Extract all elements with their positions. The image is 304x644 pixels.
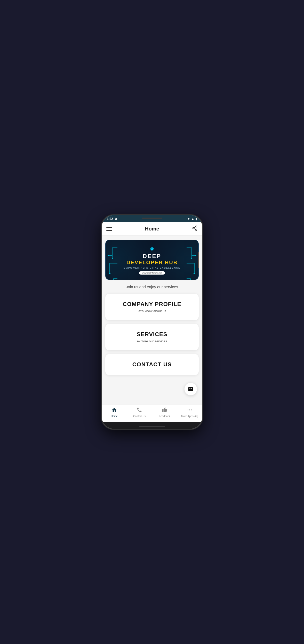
phone-frame: 1:32 ⚙ ▼ ▲ ▮ Home bbox=[102, 215, 202, 429]
share-button[interactable] bbox=[192, 225, 198, 232]
home-indicator-bar bbox=[139, 426, 165, 427]
company-profile-title: COMPANY PROFILE bbox=[110, 301, 194, 308]
screen: 1:32 ⚙ ▼ ▲ ▮ Home bbox=[102, 215, 202, 429]
main-content: ◈ DEEP DEVELOPER HUB EMPOWERING DIGITAL … bbox=[102, 236, 202, 404]
more-icon bbox=[187, 407, 193, 414]
orange-accent bbox=[198, 252, 199, 268]
hamburger-menu[interactable] bbox=[106, 227, 112, 231]
svg-point-10 bbox=[194, 273, 195, 274]
svg-point-13 bbox=[188, 409, 189, 410]
battery-icon: ▮ bbox=[195, 217, 197, 221]
nav-item-contact[interactable]: Contact us bbox=[127, 407, 152, 418]
home-icon bbox=[111, 407, 117, 414]
nav-item-more-apps[interactable]: More Apps(Ad) bbox=[177, 407, 203, 418]
svg-point-5 bbox=[108, 255, 109, 256]
banner-card[interactable]: ◈ DEEP DEVELOPER HUB EMPOWERING DIGITAL … bbox=[105, 240, 199, 280]
top-nav: Home bbox=[102, 222, 202, 236]
email-icon bbox=[188, 386, 194, 392]
svg-point-9 bbox=[195, 255, 196, 256]
join-text: Join us and enjoy our services bbox=[105, 284, 199, 290]
home-indicator bbox=[102, 422, 202, 429]
services-title: SERVICES bbox=[110, 331, 194, 338]
signal-icon: ▲ bbox=[191, 217, 194, 221]
banner-url-text: www.dndinfoways.net bbox=[139, 271, 165, 275]
nav-more-label: More Apps(Ad) bbox=[181, 415, 198, 418]
phone-icon bbox=[137, 407, 142, 414]
status-right: ▼ ▲ ▮ bbox=[187, 217, 197, 221]
nav-home-label: Home bbox=[111, 415, 118, 418]
gear-icon: ⚙ bbox=[115, 217, 117, 221]
svg-point-14 bbox=[189, 409, 190, 410]
time-display: 1:32 bbox=[107, 217, 113, 221]
banner-developer-hub-text: DEVELOPER HUB bbox=[110, 260, 194, 266]
svg-line-3 bbox=[194, 228, 196, 229]
svg-point-15 bbox=[191, 409, 192, 410]
bottom-nav: Home Contact us Feedback bbox=[102, 404, 202, 422]
nav-item-feedback[interactable]: Feedback bbox=[152, 407, 177, 418]
company-profile-subtitle: let's know about us bbox=[110, 309, 194, 313]
thumbsup-icon bbox=[162, 407, 167, 414]
banner-logo-icon: ◈ bbox=[110, 245, 194, 252]
status-left: 1:32 ⚙ bbox=[107, 217, 117, 221]
email-float-button[interactable] bbox=[184, 383, 197, 395]
company-profile-card[interactable]: COMPANY PROFILE let's know about us bbox=[105, 294, 199, 320]
contact-us-title: CONTACT US bbox=[110, 361, 194, 368]
page-title: Home bbox=[145, 226, 159, 232]
nav-contact-label: Contact us bbox=[133, 415, 146, 418]
wifi-icon: ▼ bbox=[187, 217, 190, 221]
svg-point-6 bbox=[109, 273, 110, 274]
banner-subtitle-text: EMPOWERING DIGITAL EXCELLENCE bbox=[110, 267, 194, 269]
status-bar: 1:32 ⚙ ▼ ▲ ▮ bbox=[102, 215, 202, 222]
nav-item-home[interactable]: Home bbox=[102, 407, 127, 418]
contact-us-card[interactable]: CONTACT US bbox=[105, 354, 199, 375]
services-subtitle: explore our services bbox=[110, 339, 194, 343]
banner-deep-text: DEEP bbox=[110, 253, 194, 260]
services-card[interactable]: SERVICES explore our services bbox=[105, 324, 199, 350]
nav-feedback-label: Feedback bbox=[159, 415, 170, 418]
svg-line-4 bbox=[194, 227, 196, 228]
